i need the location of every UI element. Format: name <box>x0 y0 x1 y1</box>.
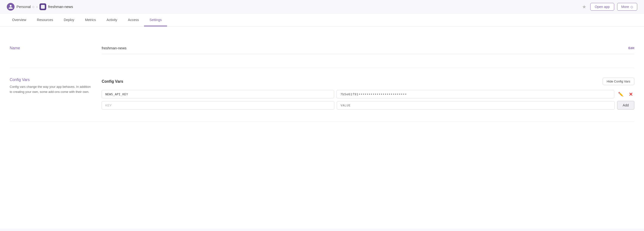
delete-config-var-button[interactable]: ✕ <box>627 90 634 98</box>
app-icon <box>40 3 46 10</box>
open-app-button[interactable]: Open app <box>590 3 614 11</box>
config-vars-header: Config Vars Hide Config Vars <box>102 78 634 85</box>
workspace-name-group[interactable]: Personal ◇ <box>16 4 34 9</box>
new-config-key-input[interactable] <box>102 101 334 110</box>
tab-overview[interactable]: Overview <box>7 13 32 26</box>
config-vars-title: Config Vars <box>102 79 123 84</box>
tab-activity[interactable]: Activity <box>101 13 122 26</box>
pencil-icon: ✏️ <box>618 92 624 97</box>
user-icon <box>8 4 13 9</box>
config-vars-section-desc: Config vars change the way your app beha… <box>10 84 92 95</box>
favorite-button[interactable]: ★ <box>581 3 587 11</box>
more-chevron-icon: ◇ <box>630 5 633 9</box>
config-vars-section: Config Vars Config vars change the way y… <box>10 68 634 122</box>
name-label-col: Name <box>10 46 92 50</box>
edit-config-var-button[interactable]: ✏️ <box>617 91 625 98</box>
nav-tabs: Overview Resources Deploy Metrics Activi… <box>0 13 644 27</box>
config-vars-label-col: Config Vars Config vars change the way y… <box>10 78 92 95</box>
hide-config-vars-button[interactable]: Hide Config Vars <box>602 78 634 85</box>
workspace-chevron-icon: ◇ <box>32 5 34 8</box>
tab-resources[interactable]: Resources <box>32 13 58 26</box>
main-content: Name freshman-news Edit Config Vars Conf… <box>0 27 644 229</box>
workspace-label: Personal <box>16 4 31 9</box>
config-vars-content-col: Config Vars Hide Config Vars ✏️ ✕ Add <box>102 78 634 112</box>
name-content-col: freshman-news Edit <box>102 46 634 58</box>
config-var-row-new: Add <box>102 101 634 110</box>
new-config-value-input[interactable] <box>337 101 615 110</box>
tab-deploy[interactable]: Deploy <box>58 13 80 26</box>
more-button[interactable]: More ◇ <box>617 3 637 11</box>
tab-settings[interactable]: Settings <box>144 13 167 26</box>
more-label: More <box>621 5 629 9</box>
add-config-var-button[interactable]: Add <box>617 101 634 110</box>
app-name-group[interactable]: freshman-news <box>40 3 73 10</box>
breadcrumb: Personal ◇ › freshman-news <box>7 3 73 11</box>
breadcrumb-separator: › <box>36 5 38 9</box>
close-icon: ✕ <box>629 92 633 97</box>
edit-name-link[interactable]: Edit <box>628 46 634 50</box>
tab-access[interactable]: Access <box>122 13 144 26</box>
app-name-value: freshman-news <box>102 46 624 50</box>
config-vars-section-label: Config Vars <box>10 78 92 82</box>
config-var-row-existing: ✏️ ✕ <box>102 90 634 98</box>
app-name-label: freshman-news <box>48 4 73 9</box>
config-value-input-existing[interactable] <box>336 90 614 98</box>
name-field-row: freshman-news Edit <box>102 46 634 54</box>
workspace-avatar <box>7 3 14 11</box>
top-header: Personal ◇ › freshman-news ★ Open app Mo… <box>0 0 644 13</box>
name-section-label: Name <box>10 46 92 50</box>
header-actions: ★ Open app More ◇ <box>581 3 637 11</box>
config-key-input-existing[interactable] <box>102 90 334 98</box>
name-section: Name freshman-news Edit <box>10 36 634 68</box>
tab-metrics[interactable]: Metrics <box>80 13 101 26</box>
